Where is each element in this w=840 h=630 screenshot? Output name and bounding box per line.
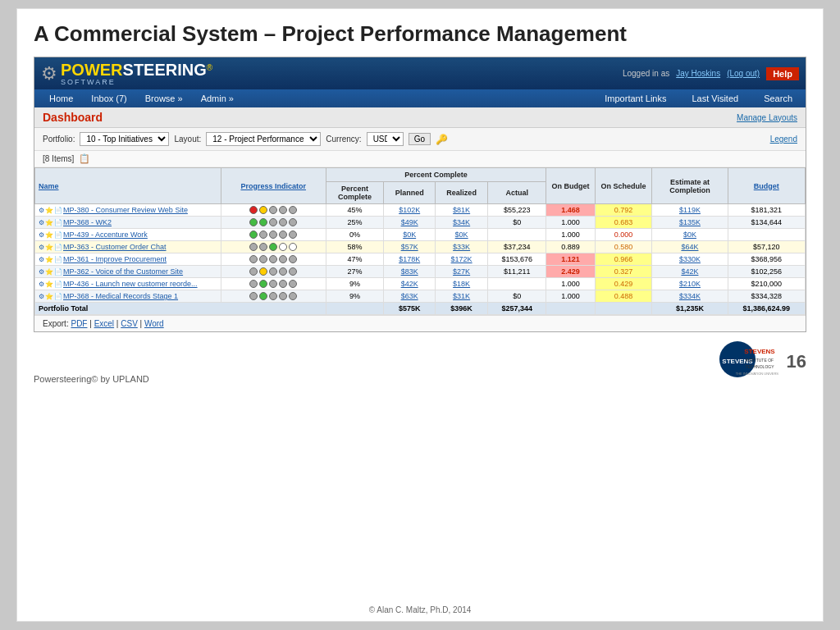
row-actual: $0 — [488, 290, 546, 303]
indicator-dot-2 — [269, 243, 277, 251]
row-name-link[interactable]: MP-361 - Improve Procurement — [63, 255, 167, 263]
app-topbar: ⚙ POWERSTEERING® SOFTWARE Logged in as J… — [34, 57, 806, 89]
row-name-link[interactable]: MP-362 - Voice of the Customer Site — [63, 267, 183, 276]
planned-link[interactable]: $83K — [401, 267, 418, 276]
total-eac: $1,235K — [652, 303, 728, 315]
planned-link[interactable]: $49K — [401, 218, 418, 226]
row-action-icon-1[interactable]: ⚙ — [39, 219, 44, 226]
nav-important-links[interactable]: Important Links — [598, 89, 673, 107]
nav-admin[interactable]: Admin » — [193, 89, 242, 107]
eac-link[interactable]: $135K — [679, 218, 701, 226]
row-action-icon-2[interactable]: ⭐ — [45, 281, 53, 288]
row-action-icon-2[interactable]: ⭐ — [45, 231, 53, 239]
indicator-dot-1 — [259, 243, 267, 251]
row-action-icon-2[interactable]: ⭐ — [45, 207, 53, 214]
planned-link[interactable]: $178K — [399, 255, 420, 263]
logo-software: SOFTWARE — [61, 78, 212, 86]
row-name-link[interactable]: MP-439 - Accenture Work — [63, 231, 148, 239]
row-eac: $119K — [652, 204, 728, 217]
row-action-icon-1[interactable]: ⚙ — [39, 256, 44, 263]
realized-link[interactable]: $31K — [453, 292, 470, 300]
legend-link[interactable]: Legend — [770, 135, 797, 144]
realized-link[interactable]: $172K — [451, 255, 472, 263]
eac-link[interactable]: $330K — [679, 255, 701, 263]
row-action-icon-1[interactable]: ⚙ — [39, 231, 44, 239]
export-excel[interactable]: Excel — [94, 319, 114, 328]
row-eac: $42K — [652, 266, 728, 278]
eac-link[interactable]: $42K — [681, 267, 698, 276]
row-action-icon-1[interactable]: ⚙ — [39, 293, 44, 300]
planned-link[interactable]: $63K — [401, 292, 418, 300]
indicator-dot-4 — [289, 280, 297, 288]
row-indicators-cell — [221, 253, 326, 266]
export-word[interactable]: Word — [144, 319, 164, 328]
name-sort-link[interactable]: Name — [39, 182, 59, 190]
row-action-icon-2[interactable]: ⭐ — [45, 244, 53, 251]
row-pct-complete: 27% — [326, 266, 384, 278]
row-eac: $0K — [652, 229, 728, 241]
planned-link[interactable]: $0K — [403, 231, 416, 239]
row-action-icon-3[interactable]: 📄 — [54, 244, 62, 251]
row-action-icon-3[interactable]: 📄 — [54, 268, 62, 276]
row-name-link[interactable]: MP-380 - Consumer Review Web Site — [63, 206, 188, 214]
row-action-icon-2[interactable]: ⭐ — [45, 293, 53, 300]
row-indicators-cell — [221, 266, 326, 278]
row-action-icon-3[interactable]: 📄 — [54, 281, 62, 288]
go-button[interactable]: Go — [409, 133, 431, 145]
nav-search[interactable]: Search — [757, 89, 799, 107]
eac-link[interactable]: $334K — [679, 292, 701, 300]
progress-sort-link[interactable]: Progress Indicator — [240, 182, 306, 190]
help-button[interactable]: Help — [766, 67, 799, 80]
row-action-icon-2[interactable]: ⭐ — [45, 268, 53, 276]
currency-select[interactable]: USD — [367, 132, 404, 146]
logout-link[interactable]: (Log out) — [727, 69, 760, 78]
planned-link[interactable]: $57K — [401, 243, 418, 251]
row-action-icon-3[interactable]: 📄 — [54, 256, 62, 263]
row-action-icon-1[interactable]: ⚙ — [39, 244, 44, 251]
realized-link[interactable]: $34K — [453, 218, 470, 226]
manage-layouts-link[interactable]: Manage Layouts — [737, 113, 797, 122]
row-on-budget: 1.000 — [546, 229, 596, 241]
realized-link[interactable]: $0K — [455, 231, 468, 239]
row-name-link[interactable]: MP-368 - Medical Records Stage 1 — [63, 292, 178, 300]
indicator-dot-2 — [269, 267, 277, 276]
realized-link[interactable]: $27K — [453, 267, 470, 276]
realized-link[interactable]: $81K — [453, 206, 470, 214]
login-user-link[interactable]: Jay Hoskins — [676, 69, 720, 78]
row-name-link[interactable]: MP-363 - Customer Order Chat — [63, 243, 167, 251]
row-action-icon-2[interactable]: ⭐ — [45, 219, 53, 226]
row-action-icon-3[interactable]: 📄 — [54, 219, 62, 226]
portfolio-select[interactable]: 10 - Top Initiatives — [80, 132, 169, 146]
row-eac: $330K — [652, 253, 728, 266]
nav-last-visited[interactable]: Last Visited — [685, 89, 745, 107]
row-action-icon-1[interactable]: ⚙ — [39, 207, 44, 214]
indicator-dot-1 — [259, 255, 267, 263]
realized-link[interactable]: $33K — [453, 243, 470, 251]
nav-browse[interactable]: Browse » — [137, 89, 191, 107]
export-pdf[interactable]: PDF — [71, 319, 87, 328]
eac-link[interactable]: $210K — [679, 280, 701, 288]
nav-inbox[interactable]: Inbox (7) — [83, 89, 135, 107]
row-action-icon-2[interactable]: ⭐ — [45, 256, 53, 263]
row-action-icon-1[interactable]: ⚙ — [39, 268, 44, 276]
planned-link[interactable]: $102K — [399, 206, 420, 214]
row-action-icon-1[interactable]: ⚙ — [39, 281, 44, 288]
nav-home[interactable]: Home — [41, 89, 81, 107]
eac-link[interactable]: $0K — [683, 231, 696, 239]
export-csv[interactable]: CSV — [121, 319, 138, 328]
row-name-link[interactable]: MP-368 - WK2 — [63, 218, 112, 226]
row-budget: $334,328 — [728, 290, 805, 303]
realized-link[interactable]: $18K — [453, 280, 470, 288]
row-on-budget: 1.000 — [546, 217, 596, 229]
row-action-icon-3[interactable]: 📄 — [54, 293, 62, 300]
budget-sort-link[interactable]: Budget — [754, 182, 779, 190]
eac-link[interactable]: $64K — [681, 243, 698, 251]
planned-link[interactable]: $42K — [401, 280, 418, 288]
layout-select[interactable]: 12 - Project Performance — [206, 132, 321, 146]
row-name-link[interactable]: MP-436 - Launch new customer reorde... — [63, 280, 198, 288]
row-action-icon-3[interactable]: 📄 — [54, 207, 62, 214]
indicator-dot-0 — [249, 231, 258, 239]
slide-footer: © Alan C. Maltz, Ph.D, 2014 — [17, 605, 823, 614]
row-action-icon-3[interactable]: 📄 — [54, 231, 62, 239]
eac-link[interactable]: $119K — [679, 206, 701, 214]
